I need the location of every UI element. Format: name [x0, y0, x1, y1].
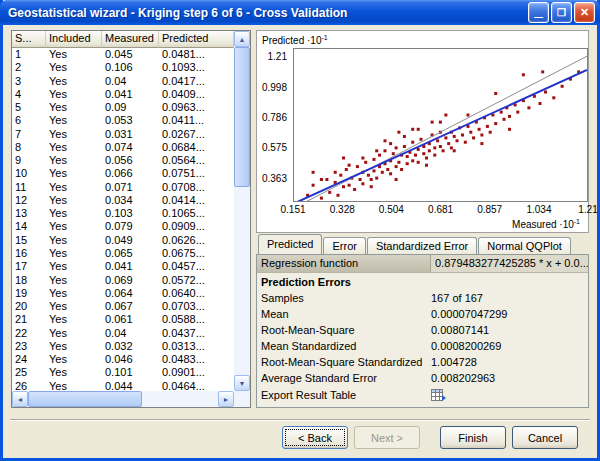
table-cell: 0.074 — [102, 141, 159, 154]
y-tick-label: 0.575 — [262, 142, 287, 153]
table-cell: 0.0751... — [159, 167, 234, 180]
table-cell: 6 — [12, 114, 46, 127]
table-row[interactable]: 12Yes0.0340.0414... — [12, 194, 234, 207]
table-row[interactable]: 8Yes0.0740.0684... — [12, 141, 234, 154]
table-cell: 0.0411... — [159, 114, 234, 127]
table-row[interactable]: 3Yes0.040.0417... — [12, 75, 234, 88]
table-body[interactable]: 1Yes0.0450.0481...2Yes0.1060.1093...3Yes… — [12, 48, 234, 391]
table-cell: Yes — [46, 327, 102, 340]
table-row[interactable]: 18Yes0.0690.0572... — [12, 274, 234, 287]
table-row[interactable]: 11Yes0.0710.0708... — [12, 181, 234, 194]
vertical-scroll-thumb[interactable] — [234, 47, 250, 187]
vertical-scrollbar[interactable]: ▲ ▼ — [234, 31, 250, 391]
table-row[interactable]: 20Yes0.0670.0703... — [12, 300, 234, 313]
stat-value: 1.004728 — [431, 354, 588, 370]
table-cell: Yes — [46, 61, 102, 74]
maximize-button[interactable]: ❐ — [551, 2, 572, 23]
table-cell: 0.0457... — [159, 260, 234, 273]
table-cell: 0.071 — [102, 181, 159, 194]
table-cell: 0.0409... — [159, 88, 234, 101]
prediction-errors-rows: Samples167 of 167Mean0.00007047299Root-M… — [257, 290, 588, 386]
table-row[interactable]: 23Yes0.0320.0313... — [12, 340, 234, 353]
table-row[interactable]: 1Yes0.0450.0481... — [12, 48, 234, 61]
scroll-up-button[interactable]: ▲ — [234, 31, 250, 47]
up-arrow-icon: ▲ — [239, 36, 246, 43]
horizontal-scroll-thumb[interactable] — [28, 391, 142, 407]
stat-row: Samples167 of 167 — [257, 290, 588, 306]
table-cell: Yes — [46, 75, 102, 88]
table-cell: Yes — [46, 220, 102, 233]
y-tick-label: 1.21 — [268, 51, 287, 62]
table-cell: 0.0313... — [159, 340, 234, 353]
table-cell: 0.0414... — [159, 194, 234, 207]
table-cell: 25 — [12, 366, 46, 379]
tab-predicted[interactable]: Predicted — [258, 234, 322, 254]
table-row[interactable]: 14Yes0.0790.0909... — [12, 220, 234, 233]
table-row[interactable]: 26Yes0.0440.0464... — [12, 380, 234, 391]
table-cell: Yes — [46, 194, 102, 207]
minimize-button[interactable]: — — [528, 2, 549, 23]
table-cell: 0.0909... — [159, 220, 234, 233]
stat-value: 0.0008200269 — [431, 338, 588, 354]
table-cell: 19 — [12, 287, 46, 300]
table-cell: Yes — [46, 181, 102, 194]
table-cell: 0.04 — [102, 75, 159, 88]
column-header-0[interactable]: S... — [12, 31, 46, 48]
column-header-3[interactable]: Predicted — [159, 31, 234, 48]
cancel-button[interactable]: Cancel — [512, 426, 578, 449]
tab-normal-qqplot[interactable]: Normal QQPlot — [478, 237, 571, 254]
table-row[interactable]: 9Yes0.0560.0564... — [12, 154, 234, 167]
table-row[interactable]: 17Yes0.0410.0457... — [12, 260, 234, 273]
table-cell: 0.0703... — [159, 300, 234, 313]
close-button[interactable]: ✕ — [574, 2, 595, 23]
column-header-1[interactable]: Included — [46, 31, 102, 48]
scroll-left-button[interactable]: ◄ — [12, 391, 28, 407]
back-button[interactable]: < Back — [282, 426, 348, 449]
table-row[interactable]: 7Yes0.0310.0267... — [12, 128, 234, 141]
table-row[interactable]: 24Yes0.0460.0483... — [12, 353, 234, 366]
table-cell: 24 — [12, 353, 46, 366]
table-cell: 0.0588... — [159, 313, 234, 326]
table-cell: 0.069 — [102, 274, 159, 287]
horizontal-scrollbar[interactable]: ◄ ► — [12, 391, 234, 407]
tab-error[interactable]: Error — [323, 237, 365, 254]
table-cell: 0.101 — [102, 366, 159, 379]
table-cell: Yes — [46, 287, 102, 300]
scatter-plot-area[interactable] — [293, 48, 588, 202]
table-cell: 26 — [12, 380, 46, 391]
next-button[interactable]: Next > — [354, 426, 420, 449]
table-row[interactable]: 6Yes0.0530.0411... — [12, 114, 234, 127]
chart-tabs: PredictedErrorStandardized ErrorNormal Q… — [256, 235, 589, 254]
table-row[interactable]: 22Yes0.040.0437... — [12, 327, 234, 340]
vertical-scroll-track[interactable] — [234, 47, 250, 375]
table-cell: 0.0564... — [159, 154, 234, 167]
table-row[interactable]: 19Yes0.0640.0640... — [12, 287, 234, 300]
table-row[interactable]: 2Yes0.1060.1093... — [12, 61, 234, 74]
column-header-2[interactable]: Measured — [102, 31, 159, 48]
x-tick-label: 0.681 — [428, 204, 453, 215]
export-result-table-label: Export Result Table — [261, 387, 431, 403]
table-row[interactable]: 21Yes0.0610.0588... — [12, 313, 234, 326]
scroll-down-button[interactable]: ▼ — [234, 375, 250, 391]
table-cell: 0.064 — [102, 287, 159, 300]
table-row[interactable]: 10Yes0.0660.0751... — [12, 167, 234, 180]
tab-standardized-error[interactable]: Standardized Error — [367, 237, 477, 254]
table-row[interactable]: 5Yes0.090.0963... — [12, 101, 234, 114]
table-cell: 0.0626... — [159, 234, 234, 247]
table-row[interactable]: 4Yes0.0410.0409... — [12, 88, 234, 101]
horizontal-scroll-track[interactable] — [28, 391, 218, 407]
stat-label: Mean — [261, 306, 431, 322]
titlebar[interactable]: Geostatistical wizard - Kriging step 6 o… — [0, 0, 600, 25]
table-row[interactable]: 13Yes0.1030.1065... — [12, 207, 234, 220]
scroll-right-button[interactable]: ► — [218, 391, 234, 407]
table-row[interactable]: 16Yes0.0650.0675... — [12, 247, 234, 260]
table-cell: 4 — [12, 88, 46, 101]
regression-function-label: Regression function — [257, 255, 431, 272]
window-title: Geostatistical wizard - Kriging step 6 o… — [8, 6, 526, 20]
table-row[interactable]: 25Yes0.1010.0901... — [12, 366, 234, 379]
table-row[interactable]: 15Yes0.0490.0626... — [12, 234, 234, 247]
finish-button[interactable]: Finish — [440, 426, 506, 449]
table-cell: 0.0901... — [159, 366, 234, 379]
y-tick-label: 0.363 — [262, 172, 287, 183]
export-table-icon[interactable] — [431, 388, 447, 402]
